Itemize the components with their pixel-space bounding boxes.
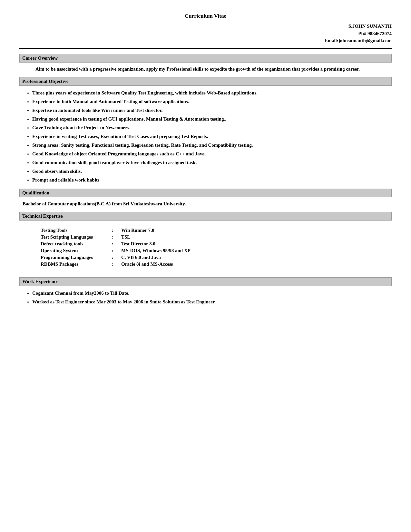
professional-objective-list: Three plus years of experience in Softwa… <box>32 90 392 183</box>
tech-colon: : <box>110 254 119 261</box>
tech-label: RDBMS Packages <box>39 261 110 268</box>
tech-label: Defect tracking tools <box>39 241 110 247</box>
table-row: Programming Languages:C, VB 6.0 and Java <box>39 254 216 261</box>
list-item: Experience in writing Test cases, Execut… <box>32 133 392 140</box>
list-item: Having good experience in testing of GUI… <box>32 116 392 123</box>
list-item: Good observation skills. <box>32 168 392 175</box>
list-item: Strong areas: Sanity testing, Functional… <box>32 142 392 149</box>
tech-colon: : <box>110 247 119 254</box>
tech-label: Test Scripting Languages <box>39 234 110 241</box>
tech-value: Test Director 8.0 <box>119 241 216 247</box>
tech-value: Oracle 8i and MS-Access <box>119 261 216 268</box>
technical-expertise-header: Technical Expertise <box>19 212 392 221</box>
tech-label: Programming Languages <box>39 254 110 261</box>
professional-objective-header: Professional Objective <box>19 77 392 86</box>
career-overview-header: Career Overview <box>19 54 392 63</box>
tech-value: TSL <box>119 234 216 241</box>
tech-colon: : <box>110 227 119 234</box>
qualification-header: Qualification <box>19 189 392 197</box>
header-divider <box>19 48 392 49</box>
list-item: Worked as Test Engineer since Mar 2003 t… <box>32 299 392 305</box>
tech-label: Operating System <box>39 247 110 254</box>
candidate-phone: Ph# 9884672074 <box>19 30 392 37</box>
list-item: Prompt and reliable work habits <box>32 177 392 183</box>
tech-colon: : <box>110 241 119 247</box>
table-row: Operating System:MS-DOS, Windows 95/98 a… <box>39 247 216 254</box>
table-row: RDBMS Packages:Oracle 8i and MS-Access <box>39 261 216 268</box>
list-item: Cognizant Chennai from May2006 to Till D… <box>32 290 392 297</box>
list-item: Good communication skill, good team play… <box>32 159 392 166</box>
table-row: Defect tracking tools:Test Director 8.0 <box>39 241 216 247</box>
tech-label: Testing Tools <box>39 227 110 234</box>
tech-value: C, VB 6.0 and Java <box>119 254 216 261</box>
table-row: Testing Tools:Win Runner 7.0 <box>39 227 216 234</box>
header-info: S.JOHN SUMANTH Ph# 9884672074 Email:john… <box>19 23 392 44</box>
work-experience-header: Work Experience <box>19 277 392 286</box>
list-item: Gave Training about the Project to Newco… <box>32 124 392 131</box>
technical-expertise-table: Testing Tools:Win Runner 7.0Test Scripti… <box>39 227 216 268</box>
list-item: Experience in both Manual and Automated … <box>32 98 392 105</box>
tech-colon: : <box>110 261 119 268</box>
list-item: Three plus years of experience in Softwa… <box>32 90 392 96</box>
candidate-email: Email:johnsumanth@gmail.com <box>19 37 392 44</box>
tech-value: MS-DOS, Windows 95/98 and XP <box>119 247 216 254</box>
tech-colon: : <box>110 234 119 241</box>
cv-title: Curriculum Vitae <box>19 13 392 19</box>
career-overview-text: Aim to be associated with a progressive … <box>35 66 392 72</box>
list-item: Good Knowledge of object Oriented Progra… <box>32 151 392 157</box>
table-row: Test Scripting Languages:TSL <box>39 234 216 241</box>
qualification-text: Bachelor of Computer applications(B.C.A)… <box>23 201 392 207</box>
candidate-name: S.JOHN SUMANTH <box>19 23 392 30</box>
list-item: Expertise in automated tools like Win ru… <box>32 107 392 114</box>
work-experience-list: Cognizant Chennai from May2006 to Till D… <box>32 290 392 305</box>
tech-value: Win Runner 7.0 <box>119 227 216 234</box>
